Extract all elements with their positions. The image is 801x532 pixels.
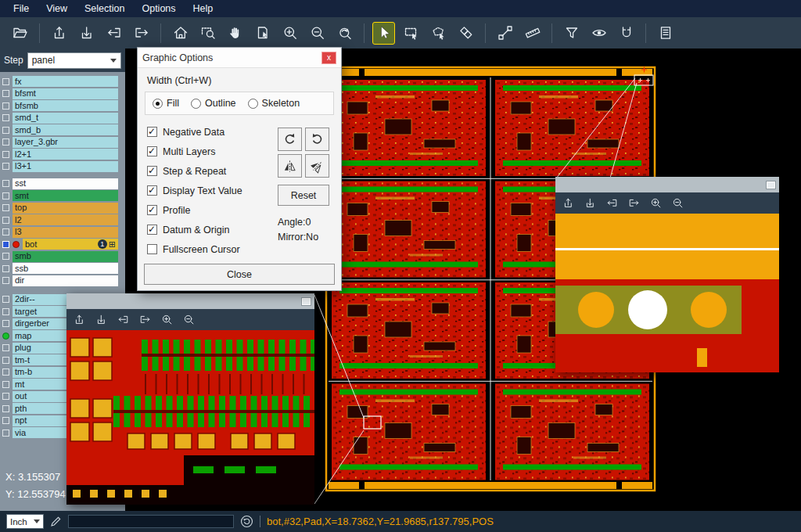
export-right-button[interactable] — [130, 22, 153, 45]
layer-row-smb[interactable]: smb — [0, 251, 125, 262]
layer-visibility-checkbox[interactable] — [2, 192, 9, 200]
layer-visibility-checkbox[interactable] — [2, 368, 9, 376]
export-right-button[interactable] — [138, 313, 152, 326]
import-left-button[interactable] — [117, 313, 130, 326]
measure-ruler-button[interactable] — [521, 22, 544, 45]
dialog-close-action-button[interactable]: Close — [144, 264, 335, 285]
export-up-button[interactable] — [562, 196, 575, 210]
layer-visibility-checkbox[interactable] — [2, 357, 9, 364]
layer-visibility-checkbox[interactable] — [2, 308, 9, 315]
layer-visibility-checkbox[interactable] — [2, 253, 9, 260]
reset-button[interactable]: Reset — [278, 185, 329, 206]
layer-name[interactable]: bfsmt — [13, 88, 118, 99]
menu-options[interactable]: Options — [133, 1, 184, 16]
highlight-eye-button[interactable] — [587, 22, 610, 45]
import-down-button[interactable] — [75, 22, 98, 45]
checkbox-profile[interactable]: Profile — [147, 200, 242, 220]
layer-name[interactable]: ssb — [13, 263, 118, 274]
refresh-icon[interactable] — [240, 515, 253, 528]
layer-visibility-checkbox[interactable] — [2, 381, 9, 388]
measure-distance-button[interactable] — [494, 22, 516, 45]
layer-visibility-checkbox[interactable] — [2, 344, 9, 351]
unit-select[interactable]: Inch — [6, 514, 44, 529]
home-button[interactable] — [169, 22, 192, 45]
layer-visibility-checkbox[interactable] — [2, 78, 9, 85]
layer-visibility-checkbox[interactable] — [2, 90, 9, 97]
layer-row-bfsmt[interactable]: bfsmt — [0, 88, 125, 99]
layer-visibility-checkbox[interactable] — [2, 163, 9, 170]
layer-visibility-checkbox[interactable] — [2, 430, 9, 437]
zoom-out-button[interactable] — [182, 313, 196, 326]
mirror-diagonal-button[interactable] — [305, 154, 329, 178]
menu-selection[interactable]: Selection — [76, 1, 133, 16]
layer-visibility-checkbox[interactable] — [2, 296, 9, 303]
pan-hand-button[interactable] — [224, 22, 246, 45]
step-select[interactable]: panel — [27, 52, 121, 69]
layer-visibility-checkbox[interactable] — [2, 180, 9, 187]
detail-right-titlebar[interactable] — [555, 177, 779, 192]
layer-row-l2[interactable]: l2 — [0, 214, 125, 225]
detail-left-titlebar[interactable] — [66, 293, 314, 309]
zoom-previous-button[interactable] — [333, 22, 356, 45]
layer-name[interactable]: l2+1 — [13, 149, 118, 160]
layer-name[interactable]: bfsmb — [13, 100, 118, 111]
layer-visibility-checkbox[interactable] — [2, 138, 9, 146]
import-down-button[interactable] — [95, 313, 108, 326]
layer-visibility-checkbox[interactable] — [2, 204, 9, 211]
layer-name[interactable]: fx — [13, 76, 118, 87]
layer-name[interactable]: bot1⊞ — [23, 239, 118, 250]
export-up-button[interactable] — [48, 22, 70, 45]
layer-row-bot[interactable]: bot1⊞ — [0, 239, 125, 250]
pcb-zoom-view-right[interactable] — [555, 214, 779, 372]
layer-visibility-checkbox[interactable] — [2, 102, 9, 110]
layer-name[interactable]: smd_t — [13, 113, 118, 124]
layer-row-sst[interactable]: sst — [0, 178, 125, 189]
layer-name[interactable]: l3+1 — [13, 161, 118, 172]
layer-row-l3[interactable]: l3 — [0, 227, 125, 238]
import-down-button[interactable] — [584, 196, 597, 210]
checkbox-step-repeat[interactable]: Step & Repeat — [147, 161, 242, 181]
dialog-titlebar[interactable]: Graphic Options x — [138, 48, 341, 68]
window-box-button[interactable] — [767, 182, 775, 189]
width-radio-outline[interactable]: Outline — [191, 98, 236, 109]
mirror-horizontal-button[interactable] — [278, 154, 302, 178]
layer-row-smd_t[interactable]: smd_t — [0, 113, 125, 124]
zoom-in-button[interactable] — [649, 196, 663, 210]
layer-name[interactable]: smd_b — [13, 124, 118, 135]
layer-row-l2+1[interactable]: l2+1 — [0, 149, 125, 160]
layer-name[interactable]: sst — [13, 178, 118, 189]
layer-name[interactable]: layer_3.gbr — [13, 137, 118, 148]
pcb-zoom-view-left[interactable] — [66, 330, 314, 505]
layer-visibility-checkbox[interactable] — [2, 277, 9, 284]
menu-view[interactable]: View — [38, 1, 76, 16]
layer-visibility-checkbox[interactable] — [2, 114, 9, 121]
layer-name[interactable]: top — [13, 203, 118, 214]
checkbox-datum-origin[interactable]: Datum & Origin — [147, 220, 242, 239]
rotate-ccw-button[interactable] — [305, 128, 329, 151]
layers-stack-button[interactable] — [454, 22, 477, 45]
layer-row-ssb[interactable]: ssb — [0, 263, 125, 274]
layer-visibility-checkbox[interactable] — [2, 405, 9, 412]
layer-visibility-checkbox[interactable] — [2, 393, 9, 400]
checkbox-fullscreen-cursor[interactable]: Fullscreen Cursor — [147, 239, 242, 259]
zoom-in-button[interactable] — [160, 313, 174, 326]
width-radio-skeleton[interactable]: Skeleton — [248, 98, 300, 109]
rotate-cw-button[interactable] — [278, 128, 302, 151]
zoom-out-button[interactable] — [306, 22, 329, 45]
window-box-button[interactable] — [302, 298, 311, 305]
layer-name[interactable]: dir — [13, 275, 118, 286]
export-right-button[interactable] — [627, 196, 641, 210]
snap-magnet-button[interactable] — [615, 22, 638, 45]
checkbox-display-text-value[interactable]: Display Text Value — [147, 181, 242, 200]
layer-row-dir[interactable]: dir — [0, 275, 125, 286]
layer-visibility-checkbox[interactable] — [2, 217, 9, 224]
import-left-button[interactable] — [605, 196, 619, 210]
checkbox-negative-data[interactable]: Negative Data — [147, 122, 242, 142]
layer-visibility-checkbox[interactable] — [2, 127, 9, 134]
page-select-button[interactable] — [251, 22, 274, 45]
width-radio-fill[interactable]: Fill — [153, 98, 179, 109]
layer-row-l3+1[interactable]: l3+1 — [0, 161, 125, 172]
report-list-button[interactable] — [654, 22, 677, 45]
layer-visibility-checkbox[interactable] — [2, 151, 9, 158]
select-polygon-button[interactable] — [427, 22, 450, 45]
